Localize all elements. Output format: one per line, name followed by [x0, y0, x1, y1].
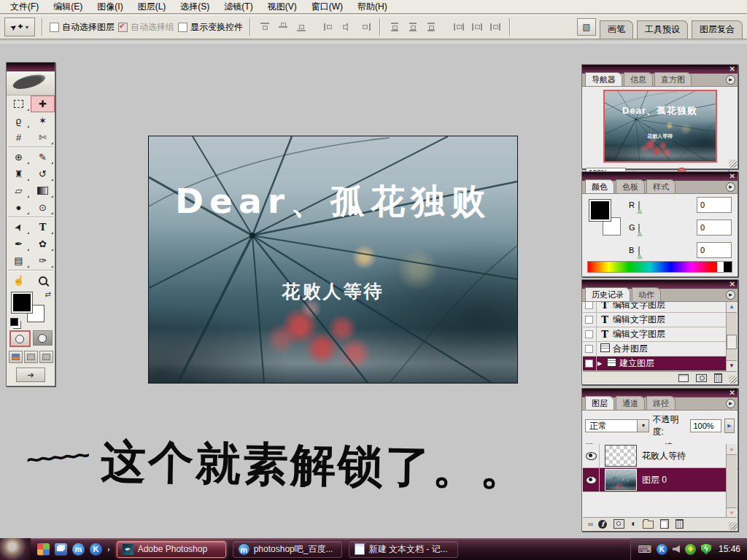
history-source-checkbox[interactable] [583, 327, 597, 341]
menu-edit[interactable]: 编辑(E) [46, 0, 90, 15]
jump-to-imageready-button[interactable]: ➔ [16, 368, 45, 382]
task-notepad[interactable]: 新建 文本文档 - 记... [349, 541, 458, 558]
layer-thumbnail[interactable] [605, 445, 637, 467]
path-selection-tool[interactable]: ➤ [7, 219, 31, 236]
clone-stamp-tool[interactable]: ♜ [7, 166, 31, 182]
opacity-input[interactable]: 100% [690, 419, 721, 432]
green-slider-handle[interactable] [637, 231, 643, 236]
quick-mask-mode-button[interactable] [33, 330, 53, 346]
kugou-tray-icon[interactable]: K [657, 544, 667, 555]
delete-layer-icon[interactable] [676, 519, 684, 529]
history-brush-tool[interactable]: ↺ [31, 166, 55, 182]
history-step[interactable]: T 编辑文字图层 [583, 313, 726, 327]
align-vertical-center-icon[interactable] [278, 23, 288, 31]
tab-history[interactable]: 历史记录 [585, 287, 630, 301]
standard-mode-button[interactable] [9, 330, 31, 347]
align-horizontal-center-icon[interactable] [342, 23, 352, 31]
show-transform-option[interactable]: 显示变换控件 [178, 21, 243, 34]
blue-slider-handle[interactable] [637, 254, 643, 259]
panel-menu-icon[interactable]: ▶ [726, 290, 735, 300]
layer-row-selected[interactable]: 图层 0 [583, 468, 726, 492]
menu-view[interactable]: 视图(V) [260, 0, 304, 15]
toolbox-title-bar[interactable] [7, 63, 55, 71]
close-icon[interactable]: ✕ [729, 280, 735, 289]
tab-histogram[interactable]: 直方图 [654, 72, 692, 86]
default-colors-icon[interactable] [10, 318, 18, 326]
scroll-up-icon[interactable]: ▲ [727, 302, 737, 313]
align-left-icon[interactable] [324, 23, 334, 31]
history-source-checkbox[interactable] [583, 302, 597, 312]
tab-navigator[interactable]: 导航器 [585, 72, 622, 86]
link-layers-icon[interactable]: ∞ [588, 520, 592, 528]
quicklaunch-expand-icon[interactable]: › [107, 545, 110, 553]
show-desktop-icon[interactable] [37, 543, 50, 556]
security-shield-icon[interactable]: ϟ [701, 544, 711, 555]
close-icon[interactable]: ✕ [729, 65, 735, 74]
kugou-launcher-icon[interactable]: K [90, 543, 102, 556]
palette-tab-layer-comps[interactable]: 图层复合 [692, 20, 743, 39]
menu-help[interactable]: 帮助(H) [350, 0, 395, 15]
start-button[interactable] [0, 538, 31, 560]
auto-select-layer-option[interactable]: 自动选择图层 [50, 21, 115, 34]
red-slider-handle[interactable] [637, 209, 643, 214]
lasso-tool[interactable]: ϱ [7, 112, 31, 129]
history-scrollbar[interactable]: ▲ ▼ [726, 302, 737, 371]
align-top-icon[interactable] [260, 23, 270, 31]
tab-info[interactable]: 信息 [624, 72, 653, 86]
magic-wand-tool[interactable]: ✶ [31, 112, 55, 129]
navigator-proxy-view[interactable]: Dear、孤花独败 花败人等待 [603, 90, 717, 163]
distribute-right-icon[interactable] [490, 23, 500, 31]
rectangular-marquee-tool[interactable] [7, 96, 31, 112]
tab-actions[interactable]: 动作 [632, 287, 661, 301]
new-layer-icon[interactable] [660, 519, 669, 529]
menu-image[interactable]: 图像(I) [90, 0, 130, 15]
move-tool[interactable]: ✚ [31, 96, 55, 112]
history-source-checkbox[interactable] [583, 342, 597, 356]
distribute-vertical-center-icon[interactable] [408, 23, 418, 31]
resize-grip[interactable] [729, 522, 737, 530]
task-browser[interactable]: m photoshop吧_百度... [233, 541, 342, 558]
distribute-horizontal-center-icon[interactable] [472, 23, 482, 31]
swap-colors-icon[interactable]: ⇄ [45, 290, 51, 298]
visibility-toggle[interactable] [583, 444, 600, 467]
foreground-color-swatch[interactable] [12, 292, 32, 313]
layers-scrollbar[interactable]: ▲ ▼ [726, 444, 737, 518]
menu-file[interactable]: 文件(F) [3, 0, 46, 15]
visibility-toggle[interactable] [583, 468, 600, 491]
scroll-up-icon[interactable]: ▲ [727, 444, 737, 455]
palette-tab-tool-presets[interactable]: 工具预设 [637, 20, 688, 39]
menu-filter[interactable]: 滤镜(T) [217, 0, 260, 15]
opacity-spinner-icon[interactable]: ▶ [724, 419, 735, 433]
menu-layer[interactable]: 图层(L) [131, 0, 174, 15]
history-step-current[interactable]: ▶ 建立图层 [583, 357, 726, 371]
auto-select-group-checkbox[interactable] [118, 23, 128, 32]
photoshop-feather-logo[interactable] [7, 71, 55, 96]
antivirus-tray-icon[interactable]: ✚ [685, 544, 696, 555]
type-tool[interactable]: T [31, 219, 55, 236]
task-photoshop[interactable]: ✒ Adobe Photoshop [117, 541, 226, 558]
resize-grip[interactable] [729, 160, 737, 168]
adjustment-layer-icon[interactable]: ◐ [631, 520, 636, 528]
hand-tool[interactable]: ☝ [7, 272, 31, 289]
pen-tool[interactable]: ✒ [7, 236, 31, 252]
tab-channels[interactable]: 通道 [616, 396, 645, 410]
new-document-from-state-icon[interactable] [678, 374, 689, 382]
layer-row[interactable]: 花败人等待 [583, 444, 726, 468]
color-spectrum-ramp[interactable] [587, 261, 732, 273]
gradient-tool[interactable] [31, 182, 55, 199]
maxthon-launcher-icon[interactable]: m [72, 543, 85, 556]
align-bottom-icon[interactable] [296, 23, 306, 31]
file-browser-button[interactable]: ▧ [577, 18, 596, 36]
close-icon[interactable]: ✕ [729, 389, 735, 397]
close-icon[interactable]: ✕ [729, 172, 735, 181]
green-value-input[interactable]: 0 [697, 219, 732, 236]
blend-mode-select[interactable]: 正常 ▼ [585, 419, 649, 432]
history-source-checkbox[interactable] [583, 357, 597, 370]
fullscreen-with-menu-button[interactable] [24, 351, 38, 363]
new-snapshot-icon[interactable] [696, 374, 707, 382]
foreground-color-swatch[interactable] [589, 200, 611, 221]
eraser-tool[interactable]: ▱ [7, 182, 31, 199]
tab-color[interactable]: 颜色 [585, 179, 614, 193]
tab-swatches[interactable]: 色板 [616, 179, 645, 193]
browser-launcher-icon[interactable] [55, 543, 67, 556]
